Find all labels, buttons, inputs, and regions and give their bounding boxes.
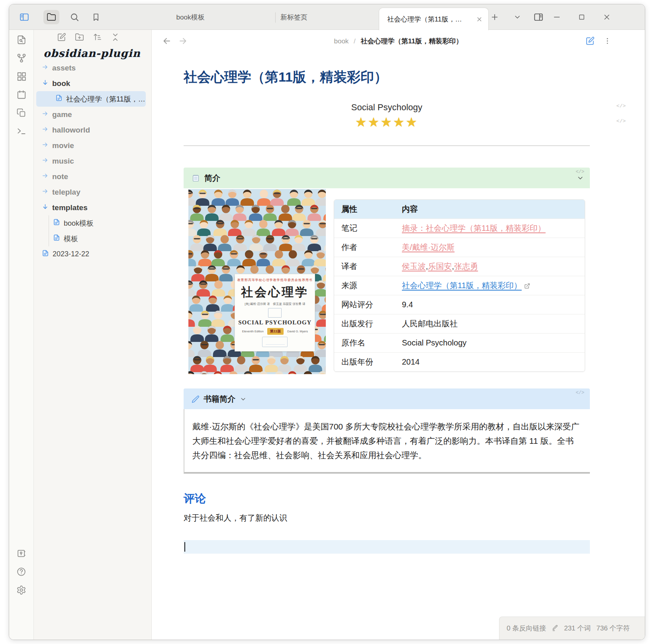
internal-link[interactable]: 乐国安: [428, 262, 452, 271]
more-options-kebab-icon[interactable]: [603, 37, 611, 45]
summary-callout-body: 戴维·迈尔斯的《社会心理学》是美国700 多所大专院校社会心理学教学所采用的教材…: [184, 409, 590, 474]
sidebar-file-book模板[interactable]: book模板: [34, 215, 151, 231]
tree-item-label: music: [52, 157, 74, 166]
new-tab-plus-icon[interactable]: [490, 13, 499, 21]
graph-view-icon[interactable]: [16, 53, 27, 63]
titlebar: book模板 新标签页 社会心理学（第11版，…: [9, 4, 645, 30]
table-row: 出版发行人民邮电出版社: [334, 314, 585, 334]
code-block-marker[interactable]: </>: [576, 169, 584, 175]
backlinks-count[interactable]: 0 条反向链接: [507, 624, 546, 633]
tab-book-template[interactable]: book模板: [153, 12, 228, 21]
vault-switcher-icon[interactable]: [16, 548, 26, 558]
window-close-icon[interactable]: [603, 13, 611, 21]
chevron-down-icon[interactable]: [240, 396, 246, 402]
rail-top-icons: [9, 35, 33, 136]
rating-stars[interactable]: ★★★★★: [184, 116, 590, 129]
search-tool-button[interactable]: [67, 10, 82, 24]
icon-rail: [9, 30, 34, 640]
property-label: 作者: [334, 238, 395, 257]
table-header-attribute: 属性: [334, 200, 395, 219]
word-count: 231 个词: [564, 624, 591, 633]
table-row: 出版年份2014: [334, 353, 585, 372]
nav-back-icon[interactable]: [162, 36, 172, 46]
code-block-marker[interactable]: </>: [617, 103, 626, 109]
quick-switcher-icon[interactable]: [16, 35, 27, 45]
sidebar-folder-teleplay[interactable]: teleplay: [34, 184, 151, 200]
tab-active[interactable]: 社会心理学（第11版，…: [379, 8, 489, 30]
tab-list-chevron-icon[interactable]: [513, 13, 521, 21]
search-icon: [70, 12, 79, 22]
new-note-icon[interactable]: [57, 33, 66, 42]
cover-english-title: SOCIAL PSYCHOLOGY: [238, 319, 311, 326]
bookmark-icon: [92, 13, 100, 21]
copy-note-icon[interactable]: [16, 108, 26, 118]
breadcrumb: book / 社会心理学（第11版，精装彩印）: [334, 37, 462, 46]
tab-close-icon[interactable]: [476, 16, 483, 23]
cover-author-en: David G. Myers: [287, 330, 308, 333]
internal-link[interactable]: 侯玉波: [402, 262, 426, 271]
char-count: 736 个字符: [596, 624, 630, 633]
divider: [184, 145, 590, 146]
bookmarks-tool-button[interactable]: [88, 10, 104, 24]
chevron-down-icon[interactable]: [577, 175, 584, 181]
summary-callout-header[interactable]: 书籍简介 </>: [184, 388, 590, 409]
tree-item-label: book模板: [64, 219, 94, 228]
active-editor-line[interactable]: [184, 540, 590, 554]
window-maximize-icon[interactable]: [578, 13, 585, 21]
star-icon: ★: [393, 115, 406, 130]
calendar-icon[interactable]: [16, 90, 27, 100]
property-label: 笔记: [334, 219, 395, 238]
tree-item-label: book: [52, 79, 70, 88]
canvas-cards-icon[interactable]: [16, 71, 27, 82]
breadcrumb-folder[interactable]: book: [334, 37, 349, 45]
sidebar-folder-game[interactable]: game: [34, 107, 151, 122]
tab-new[interactable]: 新标签页: [256, 12, 332, 21]
comments-heading: 评论: [184, 491, 590, 506]
sidebar-file-2023-12-22[interactable]: 2023-12-22: [34, 246, 151, 262]
sidebar-file-模板[interactable]: 模板: [34, 231, 151, 246]
arrow-right-icon: [42, 172, 49, 181]
property-value: 人民邮电出版社: [395, 314, 585, 334]
sidebar-folder-templates[interactable]: templates: [34, 200, 151, 215]
sidebar-folder-assets[interactable]: assets: [34, 60, 151, 76]
intro-callout-header[interactable]: 简介 </>: [184, 168, 590, 188]
files-tool-button[interactable]: [43, 10, 59, 24]
sort-order-icon[interactable]: [93, 33, 102, 42]
tree-item-label: 2023-12-22: [53, 250, 89, 258]
note-header: book / 社会心理学（第11版，精装彩印）: [152, 30, 645, 52]
settings-gear-icon[interactable]: [16, 585, 26, 595]
left-sidebar-toggle-icon[interactable]: [16, 10, 32, 24]
terminal-icon[interactable]: [16, 126, 27, 136]
window-minimize-icon[interactable]: [552, 13, 561, 21]
internal-link[interactable]: 美/戴维·迈尔斯: [402, 243, 454, 252]
edit-mode-toggle-icon[interactable]: [585, 37, 595, 46]
sidebar-folder-movie[interactable]: movie: [34, 138, 151, 153]
sidebar-folder-book[interactable]: book: [34, 76, 151, 91]
sidebar-folder-music[interactable]: music: [34, 153, 151, 169]
arrow-right-icon: [42, 64, 49, 72]
breadcrumb-title[interactable]: 社会心理学（第11版，精装彩印）: [361, 37, 463, 45]
property-label: 来源: [334, 276, 395, 295]
tab-label: 社会心理学（第11版，…: [387, 15, 476, 24]
table-row: 笔记摘录：社会心理学（第11版，精装彩印）: [334, 219, 585, 238]
arrow-right-icon: [42, 188, 49, 197]
internal-link[interactable]: 张志勇: [454, 262, 478, 271]
star-icon: ★: [406, 115, 419, 130]
nav-forward-icon[interactable]: [178, 36, 188, 46]
collapse-all-icon[interactable]: [111, 33, 120, 42]
sidebar-folder-halloworld[interactable]: halloworld: [34, 122, 151, 138]
code-block-marker[interactable]: </>: [617, 118, 626, 124]
external-link[interactable]: 社会心理学（第11版，精装彩印）: [402, 281, 522, 290]
right-sidebar-toggle-icon[interactable]: [533, 12, 544, 22]
arrow-down-icon: [42, 79, 49, 88]
note-pane: book / 社会心理学（第11版，精装彩印） 社会心理学（第11版，精装彩印）…: [152, 30, 645, 640]
tree-item-label: 社会心理学（第11版，…: [66, 94, 145, 104]
sidebar-file-社会心理学（第11版，…[interactable]: 社会心理学（第11版，…: [36, 91, 146, 107]
new-folder-icon[interactable]: [75, 33, 84, 42]
properties-table-container: 属性 内容 笔记摘录：社会心理学（第11版，精装彩印）作者美/戴维·迈尔斯译者侯…: [334, 199, 585, 372]
help-icon[interactable]: [16, 567, 26, 577]
intro-callout: 简介 </> 教育部高等学校心理学教学指导委员会推荐用书 社会心理学 [美] 戴…: [184, 168, 590, 386]
sidebar-folder-note[interactable]: note: [34, 169, 151, 184]
internal-link[interactable]: 摘录：社会心理学（第11版，精装彩印）: [402, 224, 546, 232]
code-block-marker[interactable]: </>: [576, 390, 584, 396]
